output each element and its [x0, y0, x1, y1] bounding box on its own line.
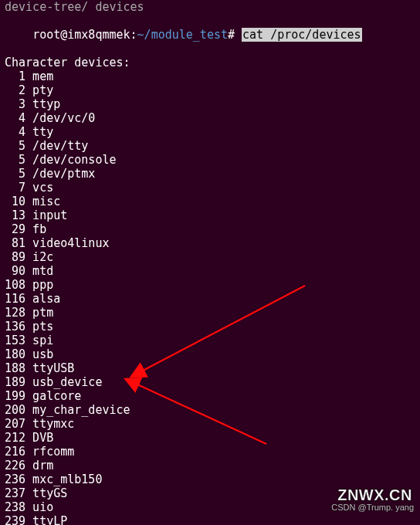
device-row: 199 galcore	[5, 389, 415, 403]
device-row: 90 mtd	[5, 264, 415, 278]
device-row: 136 pts	[5, 320, 415, 334]
device-name: mtd	[25, 264, 53, 278]
device-major: 116	[5, 292, 25, 306]
device-name: DVB	[25, 431, 53, 445]
device-row: 5 /dev/ptmx	[5, 167, 415, 181]
device-major: 207	[5, 417, 25, 431]
device-major: 108	[5, 278, 25, 292]
device-row: 1 mem	[5, 69, 415, 83]
device-name: my_char_device	[25, 403, 130, 417]
prompt-colon: :	[130, 28, 137, 42]
device-major: 238	[5, 500, 25, 514]
device-major: 236	[5, 472, 25, 486]
device-name: fb	[25, 222, 46, 236]
device-name: /dev/ptmx	[25, 167, 95, 181]
device-major: 237	[5, 486, 25, 500]
device-name: mxc_mlb150	[25, 472, 102, 486]
device-name: pts	[25, 320, 53, 334]
device-row: 108 ppp	[5, 278, 415, 292]
device-row: 3 ttyp	[5, 97, 415, 111]
device-major: 128	[5, 306, 25, 320]
device-major: 200	[5, 403, 25, 417]
device-major: 81	[5, 236, 25, 250]
device-major: 1	[5, 69, 25, 83]
device-major: 5	[5, 167, 25, 181]
device-row: 216 rfcomm	[5, 445, 415, 459]
device-name: alsa	[25, 292, 60, 306]
device-row: 7 vcs	[5, 181, 415, 195]
device-list: 1 mem2 pty3 ttyp4 /dev/vc/04 tty5 /dev/t…	[5, 69, 415, 525]
device-name: ttymxc	[25, 417, 74, 431]
previous-output-fragment: device-tree/ devices	[5, 0, 415, 14]
device-name: ppp	[25, 278, 53, 292]
device-major: 7	[5, 181, 25, 195]
device-major: 5	[5, 139, 25, 153]
device-name: galcore	[25, 389, 81, 403]
device-name: /dev/console	[25, 153, 116, 167]
device-row: 188 ttyUSB	[5, 361, 415, 375]
typed-command: cat /proc/devices	[242, 28, 362, 42]
device-major: 2	[5, 83, 25, 97]
device-major: 189	[5, 375, 25, 389]
device-row: 189 usb_device	[5, 375, 415, 389]
device-name: rfcomm	[25, 445, 74, 459]
device-name: ttyp	[25, 97, 60, 111]
device-row: 13 input	[5, 208, 415, 222]
device-row: 5 /dev/console	[5, 153, 415, 167]
device-row: 128 ptm	[5, 306, 415, 320]
device-major: 136	[5, 320, 25, 334]
device-major: 5	[5, 153, 25, 167]
device-name: tty	[25, 125, 53, 139]
device-name: mem	[25, 69, 53, 83]
watermark-attribution: CSDN @Trump. yang	[331, 500, 414, 514]
device-major: 239	[5, 514, 25, 525]
command-line: root@imx8qmmek:~/module_test# cat /proc/…	[5, 14, 415, 56]
device-major: 4	[5, 125, 25, 139]
device-name: pty	[25, 83, 53, 97]
device-name: video4linux	[25, 236, 109, 250]
device-major: 4	[5, 111, 25, 125]
device-major: 153	[5, 334, 25, 347]
device-name: /dev/tty	[25, 139, 88, 153]
device-major: 199	[5, 389, 25, 403]
device-row: 89 i2c	[5, 250, 415, 264]
device-name: i2c	[25, 250, 53, 264]
device-name: misc	[25, 195, 60, 208]
device-row: 180 usb	[5, 347, 415, 361]
device-row: 212 DVB	[5, 431, 415, 445]
device-major: 226	[5, 459, 25, 472]
device-name: uio	[25, 500, 53, 514]
device-row: 239 ttyLP	[5, 514, 415, 525]
prompt-hash: #	[228, 28, 242, 42]
device-major: 216	[5, 445, 25, 459]
device-row: 207 ttymxc	[5, 417, 415, 431]
device-major: 90	[5, 264, 25, 278]
device-major: 29	[5, 222, 25, 236]
device-name: spi	[25, 334, 53, 347]
device-major: 89	[5, 250, 25, 264]
device-row: 200 my_char_device	[5, 403, 415, 417]
device-row: 81 video4linux	[5, 236, 415, 250]
device-row: 29 fb	[5, 222, 415, 236]
device-major: 212	[5, 431, 25, 445]
device-major: 10	[5, 195, 25, 208]
device-row: 4 /dev/vc/0	[5, 111, 415, 125]
device-major: 188	[5, 361, 25, 375]
device-name: ttyGS	[25, 486, 67, 500]
device-name: usb_device	[25, 375, 102, 389]
device-row: 116 alsa	[5, 292, 415, 306]
device-row: 2 pty	[5, 83, 415, 97]
device-name: ptm	[25, 306, 53, 320]
device-name: input	[25, 208, 67, 222]
device-name: vcs	[25, 181, 53, 195]
prompt-user-host: root@imx8qmmek	[32, 28, 130, 42]
device-row: 226 drm	[5, 459, 415, 472]
device-row: 236 mxc_mlb150	[5, 472, 415, 486]
device-name: ttyUSB	[25, 361, 74, 375]
device-name: ttyLP	[25, 514, 67, 525]
device-major: 3	[5, 97, 25, 111]
terminal[interactable]: device-tree/ devices root@imx8qmmek:~/mo…	[0, 0, 420, 525]
device-major: 13	[5, 208, 25, 222]
device-name: /dev/vc/0	[25, 111, 95, 125]
device-row: 10 misc	[5, 195, 415, 208]
